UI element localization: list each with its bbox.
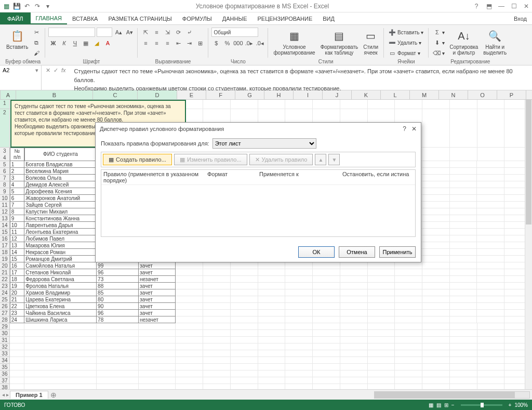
cell[interactable] [340, 310, 368, 316]
cell[interactable] [477, 377, 505, 384]
cell[interactable] [258, 364, 286, 371]
zoom-out-icon[interactable]: − [451, 402, 455, 408]
font-name-combo[interactable] [48, 28, 95, 37]
cell[interactable] [368, 377, 395, 384]
cell[interactable]: 73 [97, 276, 139, 283]
cell[interactable] [176, 310, 203, 316]
cell[interactable] [231, 357, 258, 364]
cell[interactable] [231, 316, 258, 323]
row-header[interactable]: 13 [0, 215, 10, 222]
align-center-icon[interactable]: ≡ [152, 38, 161, 48]
cell[interactable]: Волкова Ольга [24, 175, 97, 181]
cell[interactable] [203, 343, 231, 350]
cell[interactable] [231, 296, 258, 303]
cell[interactable] [258, 276, 286, 283]
cell[interactable] [477, 208, 504, 215]
ok-button[interactable]: ОК [298, 246, 335, 258]
cell[interactable] [340, 371, 368, 377]
cell[interactable]: Некрасов Роман [24, 249, 97, 256]
cell[interactable] [203, 323, 231, 330]
cell[interactable]: Степанов Николай [24, 269, 97, 276]
cell[interactable] [285, 323, 313, 330]
name-box[interactable]: ▾ [0, 65, 42, 90]
cell[interactable]: Фролова Наталья [24, 283, 97, 289]
decrease-decimal-icon[interactable]: .0◂ [255, 38, 264, 48]
cell[interactable] [477, 109, 505, 148]
cell[interactable] [24, 350, 97, 357]
cell[interactable] [368, 337, 395, 343]
cell[interactable] [368, 296, 395, 303]
sheet-nav-prev-icon[interactable]: ◂ [2, 392, 5, 398]
tab-page-layout[interactable]: РАЗМЕТКА СТРАНИЦЫ [103, 12, 177, 24]
zoom-slider[interactable] [461, 404, 502, 406]
cell[interactable] [231, 262, 258, 269]
cell[interactable] [97, 337, 139, 343]
cell[interactable] [313, 269, 340, 276]
column-header[interactable]: A [1, 90, 16, 99]
column-header[interactable]: O [468, 90, 497, 99]
cell[interactable] [368, 364, 395, 371]
cell[interactable] [10, 330, 24, 337]
cell[interactable] [422, 168, 450, 175]
cell[interactable] [285, 377, 313, 384]
cell[interactable] [139, 323, 176, 330]
cell[interactable] [477, 175, 504, 181]
bold-icon[interactable]: Ж [48, 38, 58, 48]
cell[interactable]: Леонтьева Екатерина [24, 229, 97, 235]
row-header[interactable]: 16 [0, 235, 10, 242]
cell[interactable] [285, 276, 313, 283]
cell[interactable] [231, 283, 258, 289]
cell[interactable] [176, 337, 203, 343]
cell[interactable] [395, 269, 422, 276]
cell[interactable]: зачет [139, 262, 176, 269]
cell[interactable] [450, 276, 477, 283]
italic-icon[interactable]: К [59, 38, 69, 48]
cell[interactable]: 1 [10, 161, 24, 168]
cell[interactable] [422, 215, 450, 222]
cell[interactable] [450, 310, 477, 316]
cell[interactable] [450, 323, 477, 330]
cell[interactable] [395, 310, 422, 316]
cell[interactable] [203, 350, 231, 357]
cell[interactable] [285, 343, 313, 350]
paste-button[interactable]: 📋 Вставить [4, 28, 30, 51]
cell[interactable] [258, 357, 286, 364]
tab-file[interactable]: ФАЙЛ [0, 12, 31, 24]
cell[interactable]: 90 [97, 303, 139, 310]
cell[interactable] [477, 181, 504, 188]
cell[interactable] [477, 371, 505, 377]
cell[interactable] [340, 357, 368, 364]
cell[interactable]: зачет [139, 289, 176, 296]
cell[interactable] [395, 371, 422, 377]
cell[interactable]: 3 [10, 175, 24, 181]
cell[interactable] [10, 364, 24, 371]
cell[interactable] [477, 343, 505, 350]
cell[interactable] [139, 377, 176, 384]
cell[interactable] [203, 337, 231, 343]
cell[interactable] [450, 303, 477, 310]
cell[interactable] [203, 364, 231, 371]
accounting-icon[interactable]: $ [211, 38, 221, 48]
cell[interactable] [97, 343, 139, 350]
cell[interactable] [231, 350, 258, 357]
tab-review[interactable]: РЕЦЕНЗИРОВАНИЕ [252, 12, 317, 24]
cell[interactable] [450, 208, 477, 215]
cell[interactable] [368, 276, 395, 283]
vertical-scrollbar[interactable] [525, 100, 532, 389]
cell[interactable]: 6 [10, 195, 24, 202]
cell[interactable]: 18 [10, 276, 24, 283]
cell[interactable] [450, 296, 477, 303]
cell[interactable] [477, 283, 504, 289]
cell[interactable] [313, 330, 340, 337]
cell[interactable] [395, 100, 422, 109]
row-header[interactable]: 32 [0, 343, 10, 350]
cell[interactable]: 78 [97, 316, 139, 323]
row-header[interactable]: 29 [0, 323, 10, 330]
cell[interactable] [340, 289, 368, 296]
column-header[interactable]: J [323, 90, 352, 99]
cell[interactable] [450, 242, 477, 249]
cell[interactable] [203, 330, 231, 337]
cell[interactable]: Федорова Светлана [24, 276, 97, 283]
row-header[interactable]: 10 [0, 195, 10, 202]
cell[interactable] [176, 364, 203, 371]
